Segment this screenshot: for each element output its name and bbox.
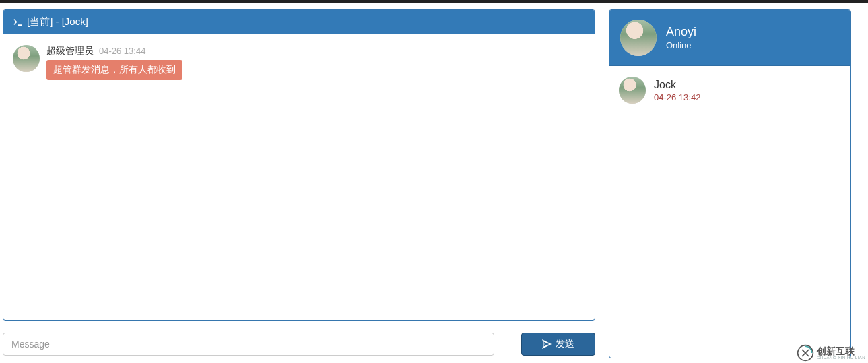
chat-message-area[interactable]: 超级管理员 04-26 13:44 超管群发消息，所有人都收到 — [3, 34, 595, 320]
paper-plane-icon — [542, 339, 552, 349]
terminal-icon — [13, 17, 23, 27]
message-time: 04-26 13:44 — [99, 46, 145, 56]
current-user-name: Anoyi — [666, 25, 696, 39]
contact-list: Jock 04-26 13:42 — [609, 66, 850, 114]
message-bubble: 超管群发消息，所有人都收到 — [46, 60, 182, 80]
message-input[interactable] — [3, 333, 494, 356]
send-button[interactable]: 发送 — [521, 333, 595, 356]
send-button-label: 发送 — [556, 338, 574, 350]
chat-panel: [当前] - [Jock] 超级管理员 04-26 13:44 超管群发消息，所… — [3, 9, 595, 321]
avatar — [620, 20, 657, 56]
contact-item[interactable]: Jock 04-26 13:42 — [619, 74, 841, 106]
message-compose-row: 发送 — [3, 333, 595, 356]
brand-mark-icon — [797, 344, 814, 362]
brand-name-en: CHUANG XIN HU LIAN — [817, 356, 865, 360]
chat-message: 超级管理员 04-26 13:44 超管群发消息，所有人都收到 — [13, 45, 585, 80]
brand-logo: 创新互联 CHUANG XIN HU LIAN — [797, 344, 865, 362]
current-user-status: Online — [666, 40, 696, 51]
contact-name: Jock — [654, 79, 700, 91]
sidebar-panel: Anoyi Online Jock 04-26 13:42 — [609, 9, 851, 358]
sidebar-header: Anoyi Online — [609, 10, 850, 66]
avatar — [13, 45, 40, 72]
contact-time: 04-26 13:42 — [654, 92, 700, 102]
message-sender: 超级管理员 — [46, 45, 94, 57]
chat-panel-header: [当前] - [Jock] — [3, 10, 595, 34]
avatar — [619, 77, 646, 104]
chat-header-title: [当前] - [Jock] — [27, 15, 88, 28]
brand-name-cn: 创新互联 — [817, 346, 865, 356]
